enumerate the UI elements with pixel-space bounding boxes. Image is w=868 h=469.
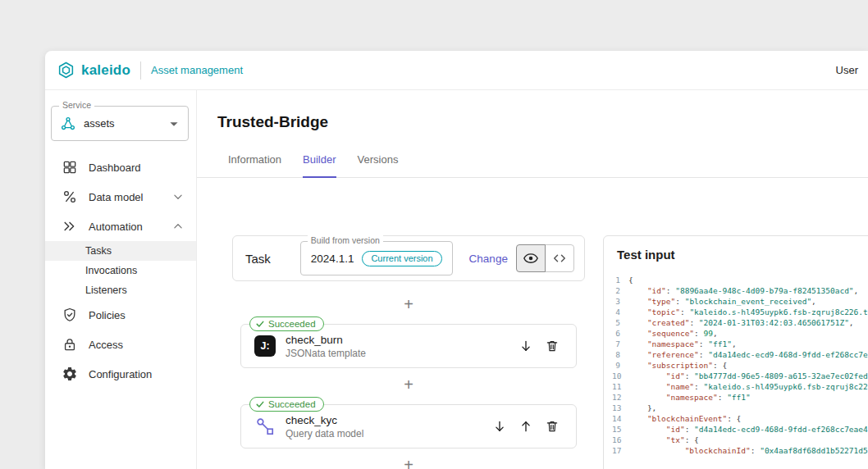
code-line: 6 "sequence": 99, [612, 328, 868, 339]
step-type: Query data model [286, 428, 363, 439]
sidebar-item-listeners[interactable]: Listeners [45, 280, 196, 300]
header-divider [140, 61, 141, 80]
step-card-check-kyc[interactable]: Succeeded check_kyc Query data model [240, 404, 577, 449]
check-icon [255, 319, 265, 329]
flow-canvas: + Succeeded J: check_burn [232, 281, 585, 469]
sidebar: Service assets [45, 90, 197, 469]
code-line: 17 "blockchainId": "0x4aaf8df68dd1b52271… [612, 445, 868, 456]
step-type: JSONata template [286, 348, 366, 359]
sidebar-item-policies[interactable]: Policies [45, 300, 196, 330]
sidebar-item-tasks[interactable]: Tasks [45, 241, 196, 261]
code-line: 11 "name": "kaleido.s-hl495uypk6.fsb-zqr… [612, 381, 868, 392]
code-line: 12 "namespace": "ff1" [612, 392, 868, 403]
sidebar-item-access[interactable]: Access [45, 330, 196, 359]
code-line: 7 "namespace": "ff1", [612, 339, 868, 349]
tab-versions[interactable]: Versions [358, 153, 399, 177]
code-line: 13 }, [612, 403, 868, 413]
status-badge-label: Succeeded [268, 399, 316, 409]
kaleido-logo-icon [57, 61, 75, 80]
code-line: 1{ [612, 275, 868, 285]
service-select-value: assets [84, 117, 115, 130]
move-step-down-button[interactable] [489, 416, 510, 437]
code-line: 4 "topic": "kaleido.s-hl495uypk6.fsb-zqr… [612, 307, 868, 317]
user-menu[interactable]: User [836, 64, 858, 76]
task-label: Task [245, 252, 271, 266]
shield-icon [62, 307, 78, 323]
code-icon [551, 250, 568, 266]
app-window: kaleido Asset management User Service as… [45, 51, 868, 469]
sidebar-item-configuration[interactable]: Configuration [45, 359, 196, 389]
current-version-chip: Current version [362, 251, 441, 266]
tab-builder[interactable]: Builder [303, 153, 336, 178]
change-version-button[interactable]: Change [464, 252, 513, 266]
sidebar-item-label: Automation [89, 221, 159, 233]
status-badge-label: Succeeded [268, 319, 316, 329]
automation-icon [62, 218, 78, 234]
add-step-button[interactable]: + [397, 455, 420, 469]
eye-icon [523, 250, 539, 266]
step-name: check_burn [286, 334, 366, 346]
delete-step-button[interactable] [541, 335, 563, 357]
service-select-label: Service [59, 100, 94, 110]
code-line: 9 "subscription": { [612, 360, 868, 371]
preview-toggle-button[interactable] [516, 244, 546, 272]
status-badge: Succeeded [249, 397, 324, 412]
code-line: 3 "type": "blockchain_event_received", [612, 296, 868, 307]
step-name: check_kyc [286, 414, 363, 426]
tab-information[interactable]: Information [228, 153, 281, 177]
move-step-up-button[interactable] [515, 416, 537, 437]
chevron-down-icon [170, 189, 186, 205]
assets-service-icon [60, 116, 76, 132]
sidebar-item-label: Data model [89, 191, 159, 203]
sidebar-item-label: Configuration [89, 368, 186, 380]
code-line: 15 "id": "d4a14edc-ecd9-468d-9fdd-ef268c… [612, 424, 868, 435]
lock-icon [62, 336, 78, 353]
tab-bar: Information Builder Versions [197, 153, 868, 178]
move-step-down-button[interactable] [515, 335, 537, 357]
add-step-button[interactable]: + [397, 375, 420, 394]
sidebar-nav: Dashboard Data model [45, 153, 196, 389]
sidebar-item-label: Listeners [85, 285, 127, 296]
page-title: Trusted-Bridge [217, 113, 868, 131]
sidebar-item-invocations[interactable]: Invocations [45, 261, 196, 280]
chevron-up-icon [170, 218, 186, 234]
sidebar-item-label: Invocations [85, 265, 137, 276]
code-line: 16 "tx": { [612, 435, 868, 445]
sidebar-item-data-model[interactable]: Data model [45, 182, 196, 212]
task-bar: Task Build from version 2024.1.1 Current… [232, 235, 585, 281]
step-card-check-burn[interactable]: Succeeded J: check_burn JSONata template [240, 324, 577, 368]
code-view-toggle-button[interactable] [545, 244, 574, 272]
dashboard-icon [62, 159, 78, 175]
caret-down-icon [165, 115, 183, 133]
sidebar-item-label: Access [89, 339, 186, 351]
test-input-panel: Test input 1{2 "id": "8896aa4e-948c-4d09… [603, 235, 868, 469]
task-builder: Task Build from version 2024.1.1 Current… [232, 235, 585, 469]
view-toggle-group [516, 244, 574, 272]
code-editor[interactable]: 1{2 "id": "8896aa4e-948c-4d09-b79a-f8245… [612, 275, 868, 456]
gear-icon [62, 366, 78, 382]
code-line: 14 "blockchainEvent": { [612, 413, 868, 424]
code-line: 2 "id": "8896aa4e-948c-4d09-b79a-f824513… [612, 285, 868, 296]
code-line: 10 "id": "bb4777dd-96e5-4809-a615-32ae7e… [612, 371, 868, 381]
product-name: Asset management [151, 64, 243, 76]
main-content: Trusted-Bridge Information Builder Versi… [197, 90, 868, 469]
app-header: kaleido Asset management User [45, 51, 868, 90]
delete-step-button[interactable] [541, 416, 563, 437]
version-value: 2024.1.1 [311, 253, 354, 265]
status-badge: Succeeded [249, 316, 324, 331]
brand-wordmark: kaleido [81, 62, 130, 79]
sidebar-item-automation[interactable]: Automation [45, 212, 196, 241]
test-input-title: Test input [617, 248, 868, 262]
sidebar-item-label: Policies [89, 309, 186, 321]
jsonata-icon: J: [254, 335, 276, 357]
check-icon [255, 399, 265, 409]
build-from-version-field: Build from version 2024.1.1 Current vers… [300, 241, 453, 275]
service-select[interactable]: Service assets [51, 106, 189, 141]
data-model-icon [62, 189, 78, 205]
code-line: 8 "reference": "d4a14edc-ecd9-468d-9fdd-… [612, 349, 868, 360]
add-step-button[interactable]: + [397, 294, 420, 314]
sidebar-item-label: Tasks [85, 245, 112, 257]
query-data-model-icon [254, 416, 276, 437]
sidebar-item-dashboard[interactable]: Dashboard [45, 153, 196, 182]
build-from-version-label: Build from version [308, 235, 383, 245]
